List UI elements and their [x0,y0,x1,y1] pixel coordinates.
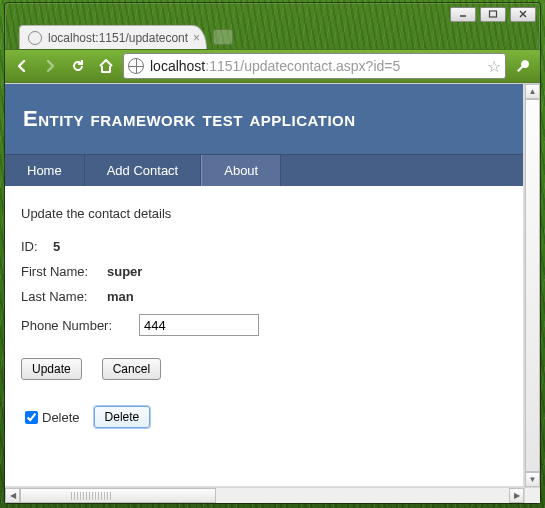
lead-text: Update the contact details [21,206,507,221]
hscroll-thumb[interactable] [20,488,216,503]
nav-home[interactable]: Home [5,155,85,186]
viewport: Entity framework test application Home A… [5,83,540,503]
close-button[interactable] [510,7,536,22]
browser-window: localhost:1151/updatecont × localhost:11… [4,2,541,504]
page-header: Entity framework test application [5,84,523,154]
scroll-left-button[interactable]: ◀ [5,488,20,503]
content: Update the contact details ID: 5 First N… [5,186,523,442]
delete-checkbox-label: Delete [42,410,80,425]
cancel-button[interactable]: Cancel [102,358,161,380]
bookmark-star-icon[interactable]: ☆ [487,57,501,76]
vscroll-thumb[interactable] [525,99,540,472]
id-value: 5 [53,239,60,254]
first-name-value: super [107,264,142,279]
wrench-menu-button[interactable] [512,55,534,77]
delete-checkbox-wrap[interactable]: Delete [21,408,80,427]
reload-button[interactable] [67,55,89,77]
tab-title: localhost:1151/updatecont [48,31,188,45]
hscroll-track[interactable] [20,488,509,503]
update-button[interactable]: Update [21,358,82,380]
page: Entity framework test application Home A… [5,84,524,487]
site-globe-icon [128,58,144,74]
forward-button[interactable] [39,55,61,77]
tab-close-icon[interactable]: × [193,31,200,45]
tab-strip: localhost:1151/updatecont × [5,23,540,49]
scroll-down-button[interactable]: ▼ [525,472,540,487]
main-nav: Home Add Contact About [5,154,523,186]
nav-about[interactable]: About [201,155,281,186]
url-host: localhost [150,58,205,74]
scroll-right-button[interactable]: ▶ [509,488,524,503]
browser-toolbar: localhost:1151/updatecontact.aspx?id=5 ☆ [5,49,540,83]
delete-button[interactable]: Delete [94,406,151,428]
vscroll-track[interactable] [525,99,540,472]
last-name-value: man [107,289,134,304]
horizontal-scrollbar[interactable]: ◀ ▶ [5,487,524,503]
url-rest: :1151/updatecontact.aspx?id=5 [205,58,400,74]
phone-input[interactable] [139,314,259,336]
back-button[interactable] [11,55,33,77]
minimize-button[interactable] [450,7,476,22]
vertical-scrollbar[interactable]: ▲ ▼ [524,84,540,487]
nav-add-contact[interactable]: Add Contact [85,155,202,186]
scroll-up-button[interactable]: ▲ [525,84,540,99]
new-tab-button[interactable] [213,29,233,45]
phone-label: Phone Number: [21,318,139,333]
id-label: ID: [21,239,49,254]
delete-checkbox[interactable] [25,411,38,424]
first-name-label: First Name: [21,264,103,279]
browser-tab[interactable]: localhost:1151/updatecont × [19,25,207,49]
svg-rect-1 [490,11,497,17]
window-titlebar [5,3,540,23]
maximize-button[interactable] [480,7,506,22]
last-name-label: Last Name: [21,289,103,304]
scrollbar-corner [524,487,540,503]
address-bar[interactable]: localhost:1151/updatecontact.aspx?id=5 ☆ [123,53,506,79]
globe-icon [28,31,42,45]
page-title: Entity framework test application [23,106,505,132]
home-button[interactable] [95,55,117,77]
